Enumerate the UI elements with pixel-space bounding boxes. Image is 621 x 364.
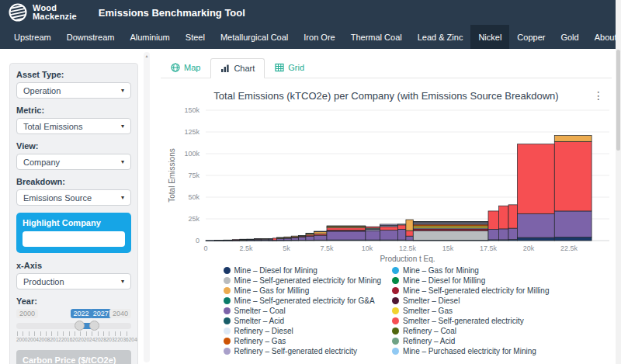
bar-segment-smelter_gas[interactable] bbox=[413, 226, 488, 228]
bar-segment-smelter_coal[interactable] bbox=[488, 229, 499, 239]
asset-type-value: Operation bbox=[23, 86, 61, 95]
legend-item-mine-self-generated-electricity-for-g-a[interactable]: Mine – Self-generated electricity for G&… bbox=[224, 296, 382, 306]
nav-item-gold[interactable]: Gold bbox=[553, 25, 586, 49]
bar-segment-mine_selfgen_ga[interactable] bbox=[306, 233, 314, 234]
bar-segment-smelter_coal[interactable] bbox=[508, 228, 517, 240]
view-select[interactable]: Company ▾ bbox=[16, 154, 131, 170]
tab-chart[interactable]: Chart bbox=[210, 58, 265, 78]
nav-item-lead-zinc[interactable]: Lead & Zinc bbox=[410, 25, 471, 49]
bar-segment-mine_selfgen_milling[interactable] bbox=[232, 240, 239, 241]
nav-item-downstream[interactable]: Downstream bbox=[59, 25, 123, 49]
scroll-up-icon[interactable]: ▲ bbox=[145, 54, 149, 58]
asset-type-select[interactable]: Operation ▾ bbox=[16, 82, 131, 99]
bar-segment-smelter_selfgen[interactable] bbox=[327, 228, 366, 231]
bar-segment-smelter_selfgen[interactable] bbox=[366, 227, 380, 228]
bar-segment-smelter_coal[interactable] bbox=[327, 231, 366, 240]
bar-segment-smelter_selfgen[interactable] bbox=[499, 206, 508, 229]
bar-segment-smelter_diesel[interactable] bbox=[413, 221, 488, 222]
legend-item-refinery-self-generated-electricity[interactable]: Refinery – Self-generated electricity bbox=[224, 346, 382, 356]
bar-segment-mine_gas_milling[interactable] bbox=[247, 239, 254, 240]
legend-item-mine-diesel-for-milling[interactable]: Mine – Diesel for Milling bbox=[392, 276, 549, 286]
nav-item-metallurgical-coal[interactable]: Metallurgical Coal bbox=[213, 25, 296, 49]
bar-segment-smelter_coal[interactable] bbox=[366, 231, 380, 240]
nav-item-upstream[interactable]: Upstream bbox=[6, 25, 59, 49]
legend-item-refinery-coal[interactable]: Refinery – Coal bbox=[392, 326, 549, 336]
legend-item-smelter-acid[interactable]: Smelter – Acid bbox=[224, 316, 382, 326]
x-tick-label: 17.5k bbox=[480, 244, 498, 252]
bar-segment-smelter_selfgen[interactable] bbox=[380, 227, 398, 231]
bar-segment-mine_diesel_mining[interactable] bbox=[554, 237, 592, 241]
bar-segment-smelter_selfgen[interactable] bbox=[240, 239, 247, 240]
bar-segment-mine_gas_milling[interactable] bbox=[554, 135, 592, 141]
bar-segment-mine_gas_milling[interactable] bbox=[406, 220, 413, 231]
nav-item-nickel[interactable]: Nickel bbox=[470, 25, 509, 49]
bar-segment-smelter_coal[interactable] bbox=[306, 237, 314, 241]
chart-menu-button[interactable]: ⋮ bbox=[593, 90, 604, 101]
breakdown-select[interactable]: Emissions Source ▾ bbox=[16, 189, 131, 206]
legend-item-refinery-diesel[interactable]: Refinery – Diesel bbox=[224, 326, 382, 336]
nav-item-aluminium[interactable]: Aluminium bbox=[122, 25, 177, 49]
sidebar-scrollbar[interactable]: ▲ bbox=[144, 52, 150, 362]
legend-item-mine-gas-for-mining[interactable]: Mine – Gas for Mining bbox=[392, 265, 549, 276]
bar-segment-mine_gas_milling[interactable] bbox=[284, 237, 291, 237]
year-slider-track[interactable] bbox=[16, 323, 131, 329]
highlight-company-input[interactable] bbox=[23, 231, 125, 247]
page-scrollbar[interactable] bbox=[616, 0, 621, 364]
bar-segment-smelter_coal[interactable] bbox=[291, 237, 298, 240]
nav-item-iron-ore[interactable]: Iron Ore bbox=[296, 25, 342, 49]
legend-item-mine-diesel-for-mining[interactable]: Mine – Diesel for Mining bbox=[224, 265, 382, 276]
legend-item-smelter-diesel[interactable]: Smelter – Diesel bbox=[392, 296, 549, 306]
bar-segment-mine_selfgen_mining[interactable] bbox=[214, 240, 223, 241]
tab-grid-label: Grid bbox=[288, 63, 304, 72]
bar-segment-smelter_coal[interactable] bbox=[554, 211, 592, 237]
tab-grid[interactable]: Grid bbox=[265, 58, 314, 78]
bar-segment-smelter_coal[interactable] bbox=[398, 229, 406, 240]
legend-item-mine-self-generated-electricity-for-milling[interactable]: Mine – Self-generated electricity for Mi… bbox=[392, 286, 549, 296]
bar-segment-smelter_selfgen[interactable] bbox=[398, 225, 406, 230]
bar-segment-smelter_coal[interactable] bbox=[314, 235, 327, 240]
bar-segment-smelter_selfgen[interactable] bbox=[508, 205, 517, 228]
year-slider-handle-from[interactable] bbox=[75, 321, 85, 331]
legend-item-mine-gas-for-milling[interactable]: Mine – Gas for Milling bbox=[224, 286, 382, 296]
nav-item-thermal-coal[interactable]: Thermal Coal bbox=[343, 25, 410, 49]
bar-segment-mine_diesel_milling[interactable] bbox=[314, 231, 327, 232]
x-axis-select[interactable]: Production ▾ bbox=[16, 273, 131, 289]
bar-segment-smelter_coal[interactable] bbox=[499, 229, 508, 240]
tab-map[interactable]: Map bbox=[161, 58, 210, 78]
bar-segment-mine_diesel_mining[interactable] bbox=[206, 241, 214, 241]
bar-segment-smelter_selfgen[interactable] bbox=[406, 231, 413, 236]
legend-item-smelter-self-generated-electricity[interactable]: Smelter – Self-generated electricity bbox=[392, 316, 549, 326]
bar-segment-refinery_coal[interactable] bbox=[327, 226, 366, 227]
bar-segment-smelter_coal[interactable] bbox=[224, 240, 232, 241]
bar-segment-refinery_selfgen[interactable] bbox=[269, 238, 272, 239]
legend-item-mine-self-generated-electricity-for-mining[interactable]: Mine – Self-generated electricity for Mi… bbox=[224, 276, 382, 286]
metric-select[interactable]: Total Emissions ▾ bbox=[16, 118, 131, 134]
bar-segment-mine_gas_milling[interactable] bbox=[262, 238, 269, 239]
bar-segment-mine_gas_milling[interactable] bbox=[314, 232, 327, 234]
bar-segment-mine_gas_milling[interactable] bbox=[277, 237, 284, 238]
bar-segment-mine_selfgen_mining[interactable] bbox=[413, 231, 488, 240]
legend-item-mine-purchased-electricity-for-mining[interactable]: Mine – Purchased electricity for Mining bbox=[392, 346, 549, 356]
bar-segment-refinery_selfgen[interactable] bbox=[380, 224, 398, 226]
bar-segment-smelter_selfgen[interactable] bbox=[554, 141, 592, 211]
bar-segment-smelter_selfgen[interactable] bbox=[272, 238, 276, 241]
legend-item-smelter-gas[interactable]: Smelter – Gas bbox=[392, 306, 549, 316]
page-scrollbar-thumb[interactable] bbox=[616, 50, 620, 151]
bar-segment-refinery_coal[interactable] bbox=[299, 236, 306, 237]
nav-item-steel[interactable]: Steel bbox=[178, 25, 213, 49]
bar-segment-smelter_selfgen[interactable] bbox=[517, 144, 554, 214]
bar-segment-smelter_selfgen[interactable] bbox=[254, 238, 261, 239]
legend-item-refinery-gas[interactable]: Refinery – Gas bbox=[224, 336, 382, 346]
bar-segment-mine_gas_milling[interactable] bbox=[291, 236, 298, 237]
legend-item-refinery-acid[interactable]: Refinery – Acid bbox=[392, 336, 549, 346]
bar-segment-smelter_selfgen[interactable] bbox=[488, 211, 499, 230]
bar-segment-mine_diesel_mining[interactable] bbox=[517, 237, 554, 241]
legend-item-smelter-coal[interactable]: Smelter – Coal bbox=[224, 306, 382, 316]
bar-segment-smelter_coal[interactable] bbox=[517, 213, 554, 237]
bar-segment-smelter_coal[interactable] bbox=[406, 236, 413, 240]
bar-segment-smelter_coal[interactable] bbox=[380, 231, 398, 241]
nav-item-copper[interactable]: Copper bbox=[509, 25, 553, 49]
bar-segment-mine_selfgen_mining[interactable] bbox=[398, 224, 406, 225]
bar-segment-smelter_coal[interactable] bbox=[299, 237, 306, 240]
year-slider-handle-to[interactable] bbox=[89, 321, 99, 331]
